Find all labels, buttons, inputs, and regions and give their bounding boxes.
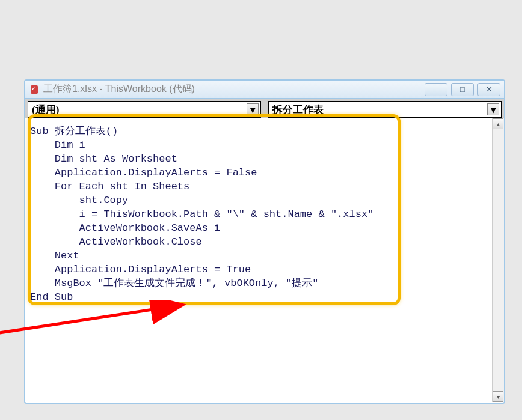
- maximize-button[interactable]: □: [451, 83, 474, 96]
- code-window: 工作簿1.xlsx - ThisWorkbook (代码) — □ ✕ (通用)…: [24, 79, 505, 404]
- code-area-wrap: Sub 拆分工作表() Dim i Dim sht As Worksheet A…: [25, 118, 504, 402]
- vba-icon: [29, 84, 40, 95]
- dropdown-row: (通用) ▾ 拆分工作表 ▾: [25, 99, 504, 118]
- chevron-down-icon: ▾: [487, 103, 499, 115]
- code-editor[interactable]: Sub 拆分工作表() Dim i Dim sht As Worksheet A…: [25, 118, 492, 402]
- titlebar: 工作簿1.xlsx - ThisWorkbook (代码) — □ ✕: [25, 81, 504, 99]
- vertical-scrollbar[interactable]: ▴ ▾: [492, 118, 504, 402]
- object-dropdown[interactable]: (通用) ▾: [28, 101, 261, 118]
- minimize-button[interactable]: —: [425, 83, 447, 96]
- procedure-dropdown[interactable]: 拆分工作表 ▾: [268, 101, 502, 118]
- window-title: 工作簿1.xlsx - ThisWorkbook (代码): [43, 83, 425, 96]
- scroll-down-icon[interactable]: ▾: [493, 391, 503, 402]
- object-dropdown-label: (通用): [32, 103, 59, 117]
- chevron-down-icon: ▾: [247, 103, 259, 115]
- procedure-dropdown-label: 拆分工作表: [272, 103, 324, 117]
- window-controls: — □ ✕: [425, 83, 500, 96]
- close-button[interactable]: ✕: [477, 83, 500, 96]
- scroll-up-icon[interactable]: ▴: [493, 118, 503, 129]
